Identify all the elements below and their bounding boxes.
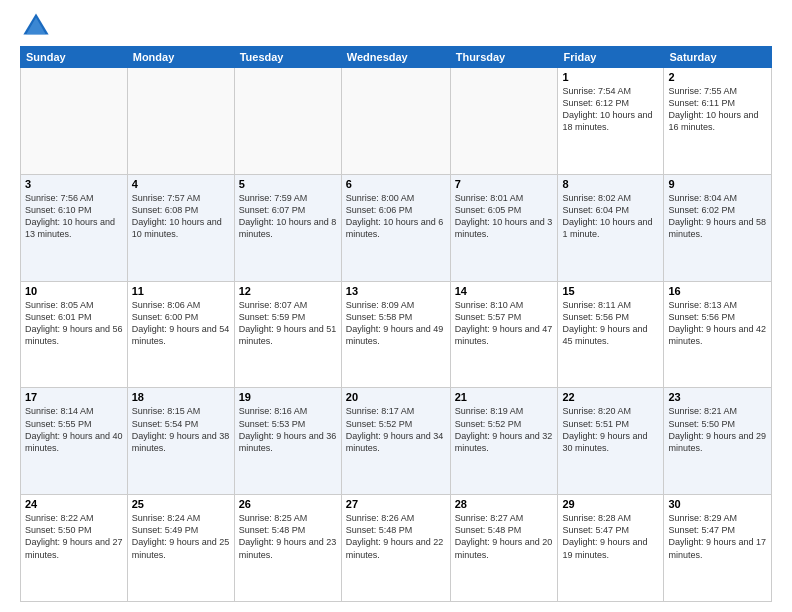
calendar-cell: 5Sunrise: 7:59 AM Sunset: 6:07 PM Daylig… — [234, 174, 341, 281]
day-number: 6 — [346, 178, 446, 190]
calendar-cell: 7Sunrise: 8:01 AM Sunset: 6:05 PM Daylig… — [450, 174, 558, 281]
day-info: Sunrise: 8:02 AM Sunset: 6:04 PM Dayligh… — [562, 192, 659, 241]
calendar-cell: 17Sunrise: 8:14 AM Sunset: 5:55 PM Dayli… — [21, 388, 128, 495]
calendar-cell: 10Sunrise: 8:05 AM Sunset: 6:01 PM Dayli… — [21, 281, 128, 388]
calendar-cell — [234, 68, 341, 175]
day-number: 23 — [668, 391, 767, 403]
day-number: 14 — [455, 285, 554, 297]
day-number: 28 — [455, 498, 554, 510]
day-info: Sunrise: 8:13 AM Sunset: 5:56 PM Dayligh… — [668, 299, 767, 348]
calendar-cell — [127, 68, 234, 175]
header — [20, 16, 772, 40]
calendar-week-row: 17Sunrise: 8:14 AM Sunset: 5:55 PM Dayli… — [21, 388, 772, 495]
calendar-week-row: 10Sunrise: 8:05 AM Sunset: 6:01 PM Dayli… — [21, 281, 772, 388]
calendar-cell: 23Sunrise: 8:21 AM Sunset: 5:50 PM Dayli… — [664, 388, 772, 495]
weekday-header-wednesday: Wednesday — [341, 47, 450, 68]
day-info: Sunrise: 7:59 AM Sunset: 6:07 PM Dayligh… — [239, 192, 337, 241]
logo-icon — [22, 12, 50, 40]
day-number: 24 — [25, 498, 123, 510]
calendar-cell: 25Sunrise: 8:24 AM Sunset: 5:49 PM Dayli… — [127, 495, 234, 602]
weekday-header-sunday: Sunday — [21, 47, 128, 68]
calendar: SundayMondayTuesdayWednesdayThursdayFrid… — [20, 46, 772, 602]
day-number: 30 — [668, 498, 767, 510]
day-info: Sunrise: 8:28 AM Sunset: 5:47 PM Dayligh… — [562, 512, 659, 561]
calendar-cell: 3Sunrise: 7:56 AM Sunset: 6:10 PM Daylig… — [21, 174, 128, 281]
day-info: Sunrise: 8:04 AM Sunset: 6:02 PM Dayligh… — [668, 192, 767, 241]
day-info: Sunrise: 8:21 AM Sunset: 5:50 PM Dayligh… — [668, 405, 767, 454]
day-number: 22 — [562, 391, 659, 403]
calendar-cell: 6Sunrise: 8:00 AM Sunset: 6:06 PM Daylig… — [341, 174, 450, 281]
calendar-cell: 15Sunrise: 8:11 AM Sunset: 5:56 PM Dayli… — [558, 281, 664, 388]
day-info: Sunrise: 7:57 AM Sunset: 6:08 PM Dayligh… — [132, 192, 230, 241]
day-number: 12 — [239, 285, 337, 297]
calendar-cell: 28Sunrise: 8:27 AM Sunset: 5:48 PM Dayli… — [450, 495, 558, 602]
day-info: Sunrise: 8:20 AM Sunset: 5:51 PM Dayligh… — [562, 405, 659, 454]
day-number: 3 — [25, 178, 123, 190]
page: SundayMondayTuesdayWednesdayThursdayFrid… — [0, 0, 792, 612]
day-number: 5 — [239, 178, 337, 190]
day-info: Sunrise: 8:19 AM Sunset: 5:52 PM Dayligh… — [455, 405, 554, 454]
calendar-cell: 8Sunrise: 8:02 AM Sunset: 6:04 PM Daylig… — [558, 174, 664, 281]
day-info: Sunrise: 8:07 AM Sunset: 5:59 PM Dayligh… — [239, 299, 337, 348]
day-number: 2 — [668, 71, 767, 83]
weekday-header-saturday: Saturday — [664, 47, 772, 68]
day-info: Sunrise: 8:00 AM Sunset: 6:06 PM Dayligh… — [346, 192, 446, 241]
day-number: 26 — [239, 498, 337, 510]
day-info: Sunrise: 8:16 AM Sunset: 5:53 PM Dayligh… — [239, 405, 337, 454]
day-number: 4 — [132, 178, 230, 190]
day-number: 27 — [346, 498, 446, 510]
day-number: 1 — [562, 71, 659, 83]
day-info: Sunrise: 8:14 AM Sunset: 5:55 PM Dayligh… — [25, 405, 123, 454]
calendar-cell: 14Sunrise: 8:10 AM Sunset: 5:57 PM Dayli… — [450, 281, 558, 388]
weekday-header-tuesday: Tuesday — [234, 47, 341, 68]
calendar-cell: 30Sunrise: 8:29 AM Sunset: 5:47 PM Dayli… — [664, 495, 772, 602]
day-info: Sunrise: 8:01 AM Sunset: 6:05 PM Dayligh… — [455, 192, 554, 241]
calendar-week-row: 1Sunrise: 7:54 AM Sunset: 6:12 PM Daylig… — [21, 68, 772, 175]
day-info: Sunrise: 8:26 AM Sunset: 5:48 PM Dayligh… — [346, 512, 446, 561]
calendar-cell: 4Sunrise: 7:57 AM Sunset: 6:08 PM Daylig… — [127, 174, 234, 281]
calendar-cell: 22Sunrise: 8:20 AM Sunset: 5:51 PM Dayli… — [558, 388, 664, 495]
day-number: 20 — [346, 391, 446, 403]
weekday-header-thursday: Thursday — [450, 47, 558, 68]
day-info: Sunrise: 8:09 AM Sunset: 5:58 PM Dayligh… — [346, 299, 446, 348]
day-number: 19 — [239, 391, 337, 403]
day-number: 16 — [668, 285, 767, 297]
day-number: 9 — [668, 178, 767, 190]
day-info: Sunrise: 8:05 AM Sunset: 6:01 PM Dayligh… — [25, 299, 123, 348]
calendar-week-row: 24Sunrise: 8:22 AM Sunset: 5:50 PM Dayli… — [21, 495, 772, 602]
day-info: Sunrise: 7:54 AM Sunset: 6:12 PM Dayligh… — [562, 85, 659, 134]
calendar-week-row: 3Sunrise: 7:56 AM Sunset: 6:10 PM Daylig… — [21, 174, 772, 281]
calendar-cell: 12Sunrise: 8:07 AM Sunset: 5:59 PM Dayli… — [234, 281, 341, 388]
day-number: 21 — [455, 391, 554, 403]
calendar-cell: 24Sunrise: 8:22 AM Sunset: 5:50 PM Dayli… — [21, 495, 128, 602]
calendar-cell: 9Sunrise: 8:04 AM Sunset: 6:02 PM Daylig… — [664, 174, 772, 281]
calendar-cell: 26Sunrise: 8:25 AM Sunset: 5:48 PM Dayli… — [234, 495, 341, 602]
calendar-cell: 21Sunrise: 8:19 AM Sunset: 5:52 PM Dayli… — [450, 388, 558, 495]
calendar-cell: 19Sunrise: 8:16 AM Sunset: 5:53 PM Dayli… — [234, 388, 341, 495]
day-info: Sunrise: 8:22 AM Sunset: 5:50 PM Dayligh… — [25, 512, 123, 561]
day-info: Sunrise: 8:29 AM Sunset: 5:47 PM Dayligh… — [668, 512, 767, 561]
day-info: Sunrise: 8:06 AM Sunset: 6:00 PM Dayligh… — [132, 299, 230, 348]
calendar-cell: 16Sunrise: 8:13 AM Sunset: 5:56 PM Dayli… — [664, 281, 772, 388]
calendar-cell — [21, 68, 128, 175]
day-number: 10 — [25, 285, 123, 297]
calendar-cell: 29Sunrise: 8:28 AM Sunset: 5:47 PM Dayli… — [558, 495, 664, 602]
calendar-cell: 11Sunrise: 8:06 AM Sunset: 6:00 PM Dayli… — [127, 281, 234, 388]
day-info: Sunrise: 8:10 AM Sunset: 5:57 PM Dayligh… — [455, 299, 554, 348]
calendar-cell: 20Sunrise: 8:17 AM Sunset: 5:52 PM Dayli… — [341, 388, 450, 495]
calendar-cell: 13Sunrise: 8:09 AM Sunset: 5:58 PM Dayli… — [341, 281, 450, 388]
calendar-cell — [341, 68, 450, 175]
day-info: Sunrise: 8:11 AM Sunset: 5:56 PM Dayligh… — [562, 299, 659, 348]
calendar-cell — [450, 68, 558, 175]
calendar-cell: 1Sunrise: 7:54 AM Sunset: 6:12 PM Daylig… — [558, 68, 664, 175]
day-number: 8 — [562, 178, 659, 190]
day-number: 11 — [132, 285, 230, 297]
weekday-header-friday: Friday — [558, 47, 664, 68]
day-number: 17 — [25, 391, 123, 403]
day-info: Sunrise: 8:15 AM Sunset: 5:54 PM Dayligh… — [132, 405, 230, 454]
day-number: 18 — [132, 391, 230, 403]
logo — [20, 16, 50, 40]
day-info: Sunrise: 7:55 AM Sunset: 6:11 PM Dayligh… — [668, 85, 767, 134]
day-number: 29 — [562, 498, 659, 510]
day-number: 25 — [132, 498, 230, 510]
